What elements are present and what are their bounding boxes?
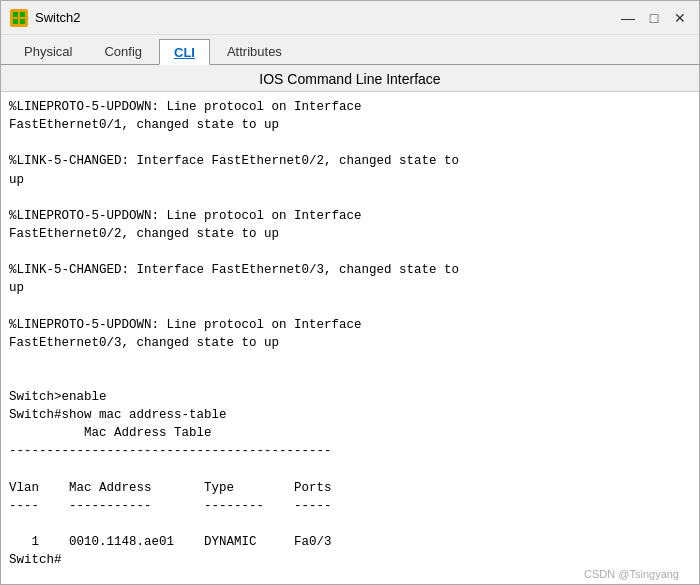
- main-window: Switch2 — □ ✕ Physical Config CLI Attrib…: [0, 0, 700, 585]
- tab-attributes[interactable]: Attributes: [212, 38, 297, 64]
- titlebar: Switch2 — □ ✕: [1, 1, 699, 35]
- cli-heading: IOS Command Line Interface: [1, 65, 699, 92]
- window-title: Switch2: [35, 10, 617, 25]
- svg-rect-0: [10, 9, 28, 27]
- minimize-button[interactable]: —: [617, 7, 639, 29]
- tab-cli[interactable]: CLI: [159, 39, 210, 65]
- app-icon: [9, 8, 29, 28]
- svg-rect-2: [20, 12, 25, 17]
- watermark: CSDN @Tsingyang: [584, 568, 679, 580]
- tab-bar: Physical Config CLI Attributes: [1, 35, 699, 65]
- maximize-button[interactable]: □: [643, 7, 665, 29]
- svg-rect-4: [20, 19, 25, 24]
- terminal-container: %LINEPROTO-5-UPDOWN: Line protocol on In…: [1, 92, 699, 584]
- content-area: IOS Command Line Interface %LINEPROTO-5-…: [1, 65, 699, 584]
- svg-rect-3: [13, 19, 18, 24]
- terminal-output[interactable]: %LINEPROTO-5-UPDOWN: Line protocol on In…: [1, 92, 699, 584]
- tab-physical[interactable]: Physical: [9, 38, 87, 64]
- close-button[interactable]: ✕: [669, 7, 691, 29]
- tab-config[interactable]: Config: [89, 38, 157, 64]
- window-controls: — □ ✕: [617, 7, 691, 29]
- svg-rect-1: [13, 12, 18, 17]
